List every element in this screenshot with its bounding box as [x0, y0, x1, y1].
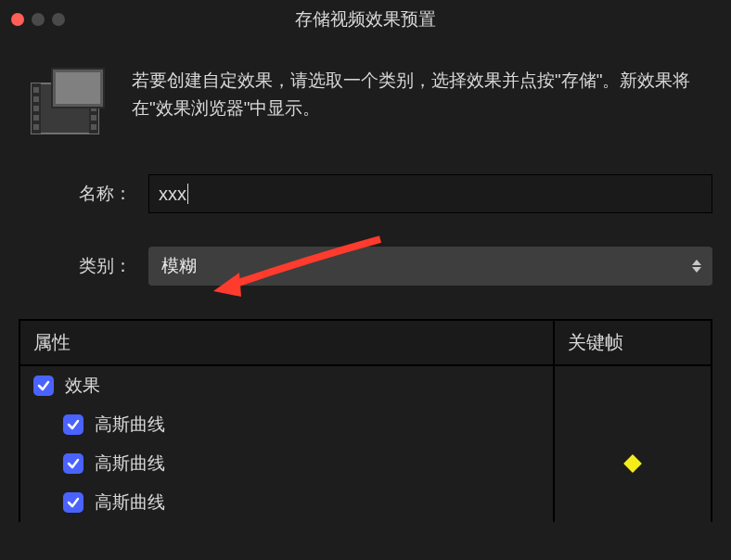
row-cell-keyframe [555, 405, 711, 444]
table-row: 效果 [20, 366, 711, 405]
row-cell-keyframe[interactable] [555, 444, 711, 483]
row-label: 效果 [65, 374, 100, 398]
category-row: 类别： 模糊 [19, 247, 712, 286]
svg-rect-3 [33, 87, 39, 93]
category-value: 模糊 [161, 254, 197, 278]
row-cell-attribute: 高斯曲线 [20, 405, 555, 444]
table-row: 高斯曲线 [20, 444, 711, 483]
check-icon [67, 418, 80, 431]
table-header: 属性 关键帧 [20, 321, 711, 366]
attribute-table: 属性 关键帧 效果 高斯曲线 [19, 319, 712, 522]
name-label: 名称： [19, 182, 148, 206]
checkbox[interactable] [63, 414, 83, 435]
window-title: 存储视频效果预置 [0, 7, 731, 32]
checkbox[interactable] [33, 375, 54, 396]
row-cell-attribute: 高斯曲线 [20, 483, 555, 522]
text-cursor [187, 184, 188, 204]
table-row: 高斯曲线 [20, 483, 711, 522]
video-effect-preset-icon [28, 67, 109, 142]
row-cell-attribute: 效果 [20, 366, 555, 405]
name-row: 名称： xxx [19, 174, 712, 213]
category-label: 类别： [19, 254, 148, 278]
svg-rect-14 [56, 72, 100, 104]
checkbox[interactable] [63, 492, 83, 513]
check-icon [67, 457, 80, 470]
close-window-button[interactable] [11, 13, 24, 26]
svg-rect-7 [33, 124, 39, 130]
minimize-window-button[interactable] [32, 13, 45, 26]
header-attribute: 属性 [20, 321, 555, 364]
category-dropdown[interactable]: 模糊 [148, 247, 712, 286]
dialog-header: 若要创建自定效果，请选取一个类别，选择效果并点按"存储"。新效果将在"效果浏览器… [0, 39, 731, 165]
row-label: 高斯曲线 [95, 452, 165, 476]
svg-rect-6 [33, 115, 39, 121]
row-cell-attribute: 高斯曲线 [20, 444, 555, 483]
svg-rect-4 [33, 96, 39, 102]
keyframe-diamond-icon [623, 454, 642, 473]
table-row: 高斯曲线 [20, 405, 711, 444]
svg-rect-11 [91, 115, 96, 121]
svg-rect-5 [33, 106, 39, 111]
row-cell-keyframe [555, 366, 711, 405]
check-icon [37, 379, 50, 392]
row-label: 高斯曲线 [95, 413, 165, 437]
name-input[interactable]: xxx [148, 174, 712, 213]
header-keyframe: 关键帧 [555, 321, 711, 364]
row-label: 高斯曲线 [95, 490, 165, 515]
dropdown-arrows-icon [692, 260, 701, 273]
table-body: 效果 高斯曲线 高斯曲线 [20, 366, 711, 522]
form-area: 名称： xxx 类别： 模糊 [0, 165, 731, 286]
dialog-instructions: 若要创建自定效果，请选取一个类别，选择效果并点按"存储"。新效果将在"效果浏览器… [132, 67, 694, 123]
window-titlebar: 存储视频效果预置 [0, 0, 731, 39]
checkbox[interactable] [63, 453, 83, 474]
traffic-lights [11, 13, 65, 26]
check-icon [67, 496, 80, 509]
row-cell-keyframe [555, 483, 711, 522]
name-input-value: xxx [159, 184, 186, 205]
maximize-window-button[interactable] [52, 13, 65, 26]
svg-rect-12 [91, 124, 96, 130]
